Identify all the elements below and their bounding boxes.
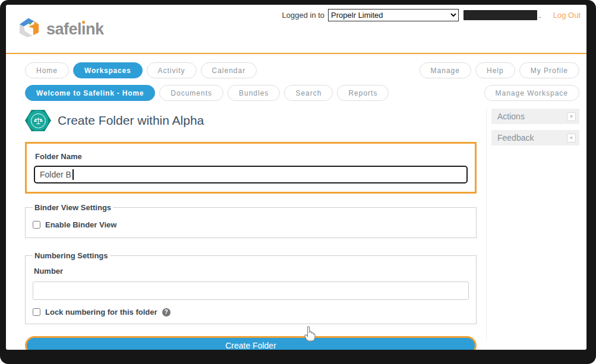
chevron-down-icon[interactable]: ▼ xyxy=(567,134,576,143)
nav-tab-my-profile[interactable]: My Profile xyxy=(519,62,579,78)
folder-name-section: Folder Name xyxy=(25,142,477,194)
folder-name-label: Folder Name xyxy=(35,152,468,161)
nav-tab-workspaces[interactable]: Workspaces xyxy=(73,62,142,78)
primary-nav: Home Workspaces Activity Calendar Manage… xyxy=(6,62,586,78)
binder-view-legend: Binder View Settings xyxy=(33,203,113,212)
number-input[interactable] xyxy=(33,281,469,300)
text-caret xyxy=(72,169,74,180)
scales-hexagon-icon xyxy=(25,109,51,132)
main-area: Create Folder within Alpha Folder Name B… xyxy=(6,109,586,350)
redacted-username xyxy=(463,10,537,20)
logo-text: safelınk xyxy=(46,20,104,39)
lock-numbering-row: Lock numbering for this folder ? xyxy=(33,308,469,316)
nav-tab-calendar[interactable]: Calendar xyxy=(201,62,257,78)
sidebar: Actions ▼ Feedback ▼ xyxy=(486,109,579,340)
lock-numbering-checkbox[interactable] xyxy=(33,308,40,316)
account-select[interactable]: Propelr Limited xyxy=(328,9,459,21)
nav-tab-documents[interactable]: Documents xyxy=(159,85,223,101)
folder-name-input[interactable] xyxy=(34,166,468,183)
topbar: Logged in to Propelr Limited . Log Out xyxy=(282,9,581,21)
page-title: Create Folder within Alpha xyxy=(58,113,204,128)
page-content: safelınk Logged in to Propelr Limited . … xyxy=(6,5,586,350)
page-title-row: Create Folder within Alpha xyxy=(25,109,477,132)
lock-numbering-label[interactable]: Lock numbering for this folder xyxy=(45,308,157,316)
numbering-settings: Numbering Settings Number Lock numbering… xyxy=(25,251,477,324)
logged-in-label: Logged in to xyxy=(282,11,325,20)
create-folder-button[interactable]: Create Folder xyxy=(25,336,477,350)
nav-tab-reports[interactable]: Reports xyxy=(337,85,389,101)
workspace-nav-right: Manage Workspace xyxy=(480,85,580,101)
enable-binder-label[interactable]: Enable Binder View xyxy=(45,220,116,229)
workspace-nav: Welcome to Safelink - Home Documents Bun… xyxy=(6,85,586,101)
nav-tab-help[interactable]: Help xyxy=(475,62,515,78)
actions-panel-label: Actions xyxy=(497,112,525,121)
nav-tab-manage[interactable]: Manage xyxy=(420,62,471,78)
header-divider xyxy=(6,53,586,54)
app-window: safelınk Logged in to Propelr Limited . … xyxy=(0,0,596,364)
numbering-legend: Numbering Settings xyxy=(33,251,110,260)
form-column: Create Folder within Alpha Folder Name B… xyxy=(25,109,477,350)
nav-tab-workspace-home[interactable]: Welcome to Safelink - Home xyxy=(25,85,155,101)
nav-tab-manage-workspace[interactable]: Manage Workspace xyxy=(484,85,580,101)
binder-view-settings: Binder View Settings Enable Binder View xyxy=(25,203,477,238)
primary-nav-right: Manage Help My Profile xyxy=(415,62,579,78)
folder-name-input-wrap xyxy=(34,166,468,183)
header: safelınk Logged in to Propelr Limited . … xyxy=(6,5,586,53)
safelink-cube-icon xyxy=(17,15,42,43)
feedback-panel[interactable]: Feedback ▼ xyxy=(491,130,579,145)
feedback-panel-label: Feedback xyxy=(497,133,534,143)
actions-panel[interactable]: Actions ▼ xyxy=(491,109,579,124)
safelink-logo: safelınk xyxy=(17,15,104,43)
number-label: Number xyxy=(34,267,469,276)
nav-tab-search[interactable]: Search xyxy=(284,85,333,101)
nav-tab-activity[interactable]: Activity xyxy=(147,62,197,78)
enable-binder-checkbox[interactable] xyxy=(33,221,40,229)
question-circle-icon[interactable]: ? xyxy=(162,308,171,316)
separator-dot: . xyxy=(539,11,541,20)
nav-tab-home[interactable]: Home xyxy=(25,62,69,78)
logout-link[interactable]: Log Out xyxy=(553,11,581,20)
enable-binder-row: Enable Binder View xyxy=(33,220,469,229)
chevron-down-icon[interactable]: ▼ xyxy=(567,112,576,121)
nav-tab-bundles[interactable]: Bundles xyxy=(228,85,280,101)
